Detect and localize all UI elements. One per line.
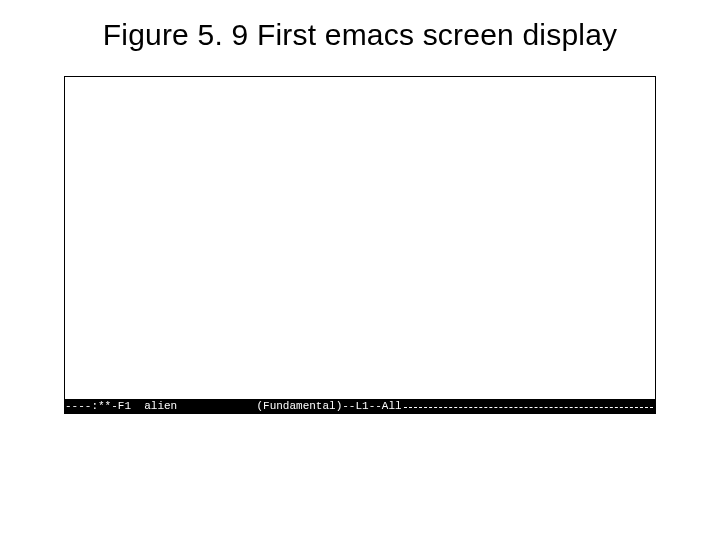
emacs-window: ----:**-F1 alien (Fundamental)--L1--All bbox=[64, 76, 656, 414]
modeline-mode: (Fundamental)--L1--All bbox=[256, 399, 401, 413]
emacs-buffer[interactable] bbox=[65, 77, 655, 399]
modeline-spacer bbox=[177, 399, 256, 413]
modeline-buffer-status: ----:**-F1 alien bbox=[65, 399, 177, 413]
modeline-content: ----:**-F1 alien (Fundamental)--L1--All bbox=[65, 399, 655, 413]
emacs-modeline: ----:**-F1 alien (Fundamental)--L1--All bbox=[65, 399, 655, 413]
slide: Figure 5. 9 First emacs screen display -… bbox=[0, 0, 720, 540]
modeline-fill-dashes bbox=[404, 407, 653, 408]
figure-caption: Figure 5. 9 First emacs screen display bbox=[0, 18, 720, 52]
